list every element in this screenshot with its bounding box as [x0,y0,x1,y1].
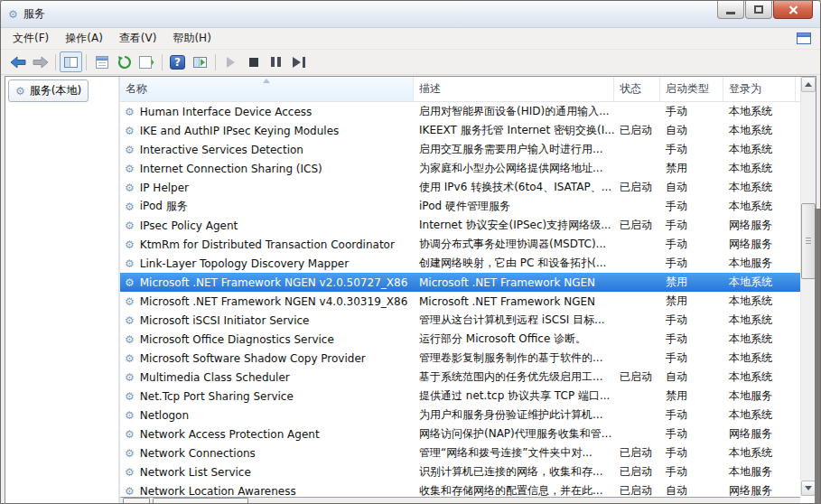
column-header-name[interactable]: 名称 [120,77,414,101]
forward-arrow-icon [33,56,49,69]
service-logon-as-cell: 本地服务 [723,388,796,404]
table-row[interactable]: ⚙Microsoft Software Shadow Copy Provider… [120,349,800,368]
menu-file[interactable]: 文件(F) [5,27,57,50]
refresh-button[interactable] [113,51,135,72]
service-name: Network Location Awareness [140,485,296,498]
close-icon [788,5,798,14]
service-description-cell: 启用交互服务需要用户输入时进行用... [414,142,614,157]
service-gear-icon: ⚙ [125,277,135,288]
table-row[interactable]: ⚙IKE and AuthIP IPsec Keying ModulesIKEE… [120,121,800,140]
export-list-button[interactable] [135,51,158,72]
minimize-button[interactable] [717,1,744,19]
service-startup-type-cell: 手动 [660,199,723,214]
menu-action[interactable]: 操作(A) [57,27,111,50]
table-row[interactable]: ⚙Network Access Protection Agent网络访问保护(N… [120,425,800,443]
service-name-cell: ⚙IKE and AuthIP IPsec Keying Modules [120,125,414,137]
console-window-icon[interactable] [797,33,811,44]
table-row[interactable]: ⚙Microsoft Office Diagnostics Service运行部… [120,330,800,349]
service-name: Internet Connection Sharing (ICS) [140,163,322,175]
service-gear-icon: ⚙ [125,296,135,307]
service-description-cell: 管理从这台计算机到远程 iSCSI 目标... [414,313,614,328]
column-header-description[interactable]: 描述 [414,77,614,101]
service-startup-type-cell: 自动 [660,180,723,195]
extended-view-icon [193,57,207,68]
maximize-button[interactable] [745,1,772,19]
extended-view-button[interactable] [189,51,211,72]
table-row[interactable]: ⚙Network Location Awareness收集和存储网络的配置信息，… [120,481,800,497]
service-startup-type-cell: 手动 [660,237,723,252]
restart-bar-icon [303,57,305,68]
service-logon-as-cell: 本地系统 [723,294,796,309]
forward-button[interactable] [29,51,51,72]
tab-standard[interactable] [153,498,248,504]
service-name: IP Helper [140,182,189,194]
table-row[interactable]: ⚙Netlogon为用户和服务身份验证维护此计算机...手动本地系统 [120,406,800,425]
table-row[interactable]: ⚙IPsec Policy AgentInternet 协议安全(IPSec)支… [120,216,800,235]
table-row[interactable]: ⚙Link-Layer Topology Discovery Mapper创建网… [120,254,800,273]
column-header-startup-type[interactable]: 启动类型 [660,77,723,101]
service-startup-type-cell: 手动 [660,445,723,461]
service-gear-icon: ⚙ [125,391,135,402]
service-name-cell: ⚙Net.Tcp Port Sharing Service [120,390,414,403]
bottom-tabs-strip [120,497,800,503]
service-name: iPod 服务 [140,199,188,214]
start-service-button[interactable] [219,51,242,72]
scroll-up-button[interactable] [801,77,816,92]
close-button[interactable] [773,1,813,19]
sidebar-item-services-local[interactable]: ⚙ 服务(本地) [8,79,89,102]
back-button[interactable] [6,51,29,72]
service-description-cell: 为家庭和小型办公网络提供网络地址... [414,161,614,176]
table-row[interactable]: ⚙Microsoft .NET Framework NGEN v2.0.5072… [120,273,800,292]
help-button[interactable]: ? [166,51,189,72]
table-row[interactable]: ⚙Network Connections管理“网络和拨号连接”文件夹中对...已… [120,443,800,462]
service-logon-as-cell: 本地系统 [723,407,796,423]
service-description-cell: 协调分布式事务处理协调器(MSDTC)... [414,237,614,252]
properties-button[interactable] [90,51,113,72]
service-name: Microsoft iSCSI Initiator Service [140,314,310,327]
service-gear-icon: ⚙ [125,239,135,250]
service-logon-as-cell: 本地系统 [723,445,796,461]
service-name-cell: ⚙Human Interface Device Access [120,106,414,118]
column-header-logon-as[interactable]: 登录为 [723,77,796,101]
service-name-cell: ⚙Network Connections [120,447,414,460]
service-status-cell: 已启动 [614,464,660,480]
table-row[interactable]: ⚙IP Helper使用 IPv6 转换技术(6to4、ISATAP、...已启… [120,178,800,197]
table-row[interactable]: ⚙Human Interface Device Access启用对智能界面设备(… [120,102,800,121]
scrollbar-thumb[interactable] [801,203,816,279]
pause-service-button[interactable] [265,51,287,72]
table-row[interactable]: ⚙iPod 服务iPod 硬件管理服务手动本地系统 [120,197,800,216]
vertical-scrollbar[interactable] [800,77,816,496]
service-name-cell: ⚙Netlogon [120,409,414,422]
table-row[interactable]: ⚙Net.Tcp Port Sharing Service提供通过 net.tc… [120,387,800,406]
menu-view[interactable]: 查看(V) [111,27,165,50]
table-row[interactable]: ⚙Microsoft iSCSI Initiator Service管理从这台计… [120,311,800,330]
toolbar-separator [55,54,56,70]
service-description-cell: 管理“网络和拨号连接”文件夹中对... [414,445,614,461]
restart-service-button[interactable] [287,51,310,72]
table-row[interactable]: ⚙KtmRm for Distributed Transaction Coord… [120,235,800,254]
menu-bar: 文件(F) 操作(A) 查看(V) 帮助(H) [1,28,820,50]
table-row[interactable]: ⚙Multimedia Class Scheduler基于系统范围内的任务优先级… [120,368,800,387]
stop-service-button[interactable] [242,51,265,72]
menu-help[interactable]: 帮助(H) [164,27,219,50]
table-row[interactable]: ⚙Network List Service识别计算机已连接的网络，收集和存...… [120,462,800,481]
table-row[interactable]: ⚙Microsoft .NET Framework NGEN v4.0.3031… [120,292,800,311]
table-row[interactable]: ⚙Interactive Services Detection启用交互服务需要用… [120,140,800,159]
service-name: Microsoft .NET Framework NGEN v4.0.30319… [140,295,408,308]
column-header-status[interactable]: 状态 [614,77,660,101]
service-name-cell: ⚙Microsoft Software Shadow Copy Provider [120,352,414,365]
service-description-cell: iPod 硬件管理服务 [414,199,614,214]
service-description-cell: 使用 IPv6 转换技术(6to4、ISATAP、... [414,180,614,195]
table-row[interactable]: ⚙Internet Connection Sharing (ICS)为家庭和小型… [120,159,800,178]
back-arrow-icon [10,56,26,69]
service-logon-as-cell: 网络服务 [723,483,796,497]
title-bar[interactable]: ⚙ 服务 [1,1,820,28]
scroll-down-button[interactable] [801,481,816,496]
service-name-cell: ⚙Network List Service [120,466,414,479]
service-startup-type-cell: 自动 [660,123,723,138]
service-logon-as-cell: 本地服务 [723,256,796,271]
tab-extended[interactable] [123,498,150,504]
scroll-up-icon [805,82,812,87]
service-gear-icon: ⚙ [125,163,135,174]
show-console-tree-button[interactable] [60,51,82,72]
